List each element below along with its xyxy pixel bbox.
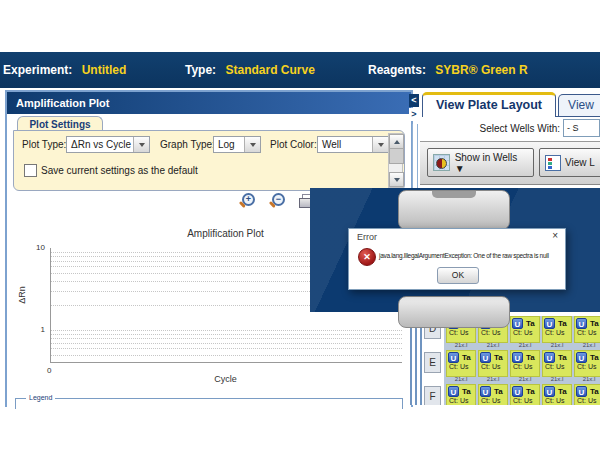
well-target: Ta [558,387,567,396]
view-legend-button[interactable]: View L [539,148,600,177]
y-tick-1: 1 [29,325,45,334]
plate-well[interactable]: UTaCt: Us [574,316,600,343]
y-tick-10: 10 [29,243,45,252]
reagents-field: Reagents: SYBR® Green R [368,63,528,77]
zoom-out-icon[interactable]: − [269,193,284,208]
close-icon[interactable]: × [552,231,558,241]
experiment-label: Experiment: [3,63,72,77]
collapse-right-icon[interactable]: > [409,108,419,121]
well-header: UTa [575,351,600,363]
task-unknown-icon: U [512,386,523,397]
gridline [51,338,402,339]
task-unknown-icon: U [448,386,459,397]
well-target: Ta [558,353,567,362]
plot-type-select[interactable]: ΔRn vs Cycle [66,136,150,153]
gridline [51,334,402,335]
select-wells-label: Select Wells With: [468,123,560,134]
error-icon: ✕ [358,248,376,266]
scroll-up-icon[interactable] [389,134,404,149]
well-sample-label: 21x.l [510,342,540,348]
plot-color-select[interactable]: Well [317,136,389,153]
graph-type-value: Log [218,139,235,150]
tab-view-plate-layout[interactable]: View Plate Layout [422,92,556,117]
plot-color-value: Well [322,139,341,150]
plot-type-value: ΔRn vs Cycle [71,139,131,150]
plate-well[interactable]: UTaCt: Us [510,316,540,343]
well-header: UTa [511,385,539,397]
plate-well[interactable]: UTaCt: Us [542,316,572,343]
well-header: UTa [511,317,539,329]
background-button-bottom[interactable] [398,296,510,328]
experiment-value: Untitled [82,63,127,77]
background-button-top[interactable] [398,190,510,230]
chevron-down-icon[interactable] [372,137,388,152]
well-header: UTa [543,317,571,329]
tab-baseline [556,116,600,117]
well-header: UTa [479,385,507,397]
well-ct-value: Ct: Us [447,363,475,370]
task-unknown-icon: U [480,352,491,363]
plate-well[interactable]: UTaCt: Us [446,350,476,377]
scroll-down-icon[interactable] [389,172,404,187]
error-dialog-title: Error [357,232,377,242]
plate-well[interactable]: UTaCt: Us [510,350,540,377]
scrollbar-thumb[interactable] [389,148,404,164]
plate-well[interactable]: UTaCt: Us [542,384,572,405]
save-default-checkbox[interactable] [24,164,37,177]
ok-button[interactable]: OK [437,267,479,284]
error-dialog: Error × ✕ java.lang.IllegalArgumentExcep… [348,228,566,290]
well-target: Ta [494,353,503,362]
well-ct-value: Ct: Us [447,397,475,404]
task-unknown-icon: U [512,318,523,329]
well-header: UTa [543,385,571,397]
collapse-left-icon[interactable]: < [409,94,419,107]
well-header: UTa [447,351,475,363]
app-window: Experiment: Untitled Type: Standard Curv… [0,0,600,450]
well-target: Ta [494,387,503,396]
plate-splitter-grip[interactable] [410,318,423,405]
well-ct-value: Ct: Us [447,329,475,336]
error-message: java.lang.IllegalArgumentException: One … [379,252,549,259]
plot-type-label: Plot Type: [22,136,66,153]
graph-type-select[interactable]: Log [213,136,261,153]
select-wells-dropdown[interactable]: - S [563,119,600,137]
chevron-down-icon[interactable] [244,137,260,152]
plate-well[interactable]: UTaCt: Us [574,350,600,377]
gridline [51,355,402,356]
chevron-down-icon[interactable] [133,137,149,152]
well-header: UTa [479,351,507,363]
tab-view-secondary[interactable]: View [558,94,600,117]
y-axis-label: ΔRn [17,286,27,304]
plate-well[interactable]: UTaCt: Us [478,384,508,405]
type-value: Standard Curve [225,63,314,77]
well-ct-value: Ct: Us [511,363,539,370]
well-target: Ta [462,353,471,362]
gridline [51,348,402,349]
plate-well[interactable]: UTaCt: Us [446,384,476,405]
task-unknown-icon: U [544,386,555,397]
plate-row-label-F[interactable]: F [424,386,441,405]
plate-well[interactable]: UTaCt: Us [574,384,600,405]
settings-scrollbar[interactable] [388,133,403,188]
well-header: UTa [575,317,600,329]
well-ct-value: Ct: Us [575,363,600,370]
plate-toolbar: Show in Wells ▼ View L [420,141,600,185]
experiment-info-bar: Experiment: Untitled Type: Standard Curv… [0,52,600,88]
plate-well[interactable]: UTaCt: Us [542,350,572,377]
reagents-label: Reagents: [368,63,426,77]
button-notch [432,191,476,198]
well-sample-label: 21x.l [510,376,540,382]
plate-well[interactable]: UTaCt: Us [478,350,508,377]
zoom-in-icon[interactable]: + [239,193,254,208]
well-ct-value: Ct: Us [575,329,600,336]
show-in-wells-button[interactable]: Show in Wells ▼ [427,148,534,177]
task-unknown-icon: U [544,352,555,363]
x-axis-label: Cycle [50,374,401,384]
legend-fieldset: Legend [15,398,403,409]
plate-well[interactable]: UTaCt: Us [510,384,540,405]
plate-row-label-E[interactable]: E [424,352,441,373]
graph-type-label: Graph Type: [160,136,215,153]
well-ct-value: Ct: Us [575,397,600,404]
well-target: Ta [558,319,567,328]
task-unknown-icon: U [576,352,587,363]
